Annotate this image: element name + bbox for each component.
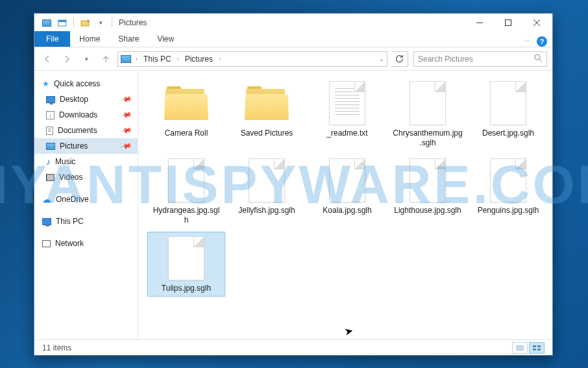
sidebar-videos[interactable]: Videos: [34, 169, 138, 185]
pictures-icon: [46, 143, 55, 150]
ribbon: File Home Share View ﹀ ?: [34, 32, 552, 47]
file-item[interactable]: Lighthouse.jpg.sglh: [389, 154, 467, 228]
file-icon: [410, 158, 446, 202]
refresh-button[interactable]: [391, 51, 408, 67]
item-label: Chrysanthemum.jpg.sglh: [393, 129, 463, 148]
file-icon: [329, 158, 365, 202]
svg-rect-14: [533, 349, 536, 350]
close-button[interactable]: [522, 14, 551, 32]
sidebar-label: Downloads: [59, 110, 97, 119]
svg-rect-13: [537, 345, 541, 347]
body: ★Quick access Desktop📌 ↓Downloads📌 Docum…: [34, 71, 552, 339]
sidebar-quick-access[interactable]: ★Quick access: [34, 76, 138, 92]
new-folder-icon[interactable]: [78, 16, 92, 29]
view-tab[interactable]: View: [148, 31, 183, 47]
sidebar-label: Videos: [59, 173, 82, 182]
desktop-icon: [46, 96, 55, 103]
sidebar-label: This PC: [56, 217, 84, 226]
music-icon: ♪: [46, 156, 51, 167]
star-icon: ★: [42, 79, 49, 88]
window-controls: [465, 14, 551, 32]
item-count: 11 items: [42, 343, 71, 352]
sidebar-onedrive[interactable]: ☁OneDrive: [34, 191, 138, 207]
address-dropdown-icon[interactable]: ⌄: [379, 56, 384, 62]
item-label: Hydrangeas.jpg.sglh: [151, 206, 221, 225]
item-label: Lighthouse.jpg.sglh: [394, 206, 461, 215]
sidebar-desktop[interactable]: Desktop📌: [34, 92, 138, 107]
properties-icon[interactable]: [55, 16, 69, 29]
address-bar[interactable]: › This PC › Pictures › ⌄: [117, 51, 387, 67]
item-label: Saved Pictures: [241, 129, 293, 138]
qat-chevron-icon[interactable]: ▾: [93, 16, 108, 29]
location-icon: [121, 55, 131, 63]
pin-icon: 📌: [121, 93, 133, 106]
file-icon: [249, 158, 285, 202]
item-label: Camera Roll: [165, 129, 208, 138]
file-item[interactable]: Koala.jpg.sglh: [308, 154, 386, 228]
folder-item[interactable]: Saved Pictures: [228, 77, 306, 151]
sidebar-label: OneDrive: [56, 195, 89, 204]
navigation-pane: ★Quick access Desktop📌 ↓Downloads📌 Docum…: [34, 71, 138, 339]
up-button[interactable]: [98, 51, 114, 67]
window-title: Pictures: [119, 18, 147, 27]
file-icon: [490, 81, 526, 125]
chevron-right-icon[interactable]: ›: [217, 56, 223, 62]
videos-icon: [46, 174, 55, 181]
file-item[interactable]: Desert.jpg.sglh: [469, 77, 547, 151]
file-tab[interactable]: File: [34, 31, 70, 47]
ribbon-expand-icon[interactable]: ﹀: [524, 38, 530, 46]
file-list[interactable]: Camera Roll Saved Pictures _readme.txt C…: [138, 71, 552, 339]
file-item[interactable]: _readme.txt: [308, 77, 386, 151]
status-bar: 11 items: [34, 339, 552, 355]
item-label: Tulips.jpg.sglh: [162, 284, 211, 293]
sidebar-label: Documents: [58, 126, 97, 135]
sidebar-label: Music: [55, 157, 75, 166]
sidebar-network[interactable]: Network: [34, 236, 138, 251]
svg-rect-12: [533, 345, 536, 347]
navigation-bar: ▾ › This PC › Pictures › ⌄ Search Pictur…: [34, 47, 552, 71]
file-item-selected[interactable]: Tulips.jpg.sglh: [147, 232, 225, 297]
sidebar-downloads[interactable]: ↓Downloads📌: [34, 107, 138, 123]
icons-view-button[interactable]: [529, 342, 545, 354]
breadcrumb-this-pc[interactable]: This PC: [142, 55, 173, 64]
recent-locations-button[interactable]: ▾: [79, 51, 94, 67]
title-bar: ▾ Pictures: [34, 14, 552, 32]
item-label: Jellyfish.jpg.sglh: [238, 206, 295, 215]
details-view-button[interactable]: [512, 342, 528, 354]
chevron-right-icon[interactable]: ›: [134, 56, 140, 62]
svg-point-7: [535, 55, 540, 60]
view-toggles: [512, 342, 545, 354]
cloud-icon: ☁: [42, 194, 51, 204]
sidebar-music[interactable]: ♪Music: [34, 154, 138, 169]
folder-item[interactable]: Camera Roll: [147, 77, 225, 151]
file-icon: [490, 158, 526, 202]
help-icon[interactable]: ?: [537, 36, 547, 47]
maximize-button[interactable]: [494, 14, 522, 32]
file-item[interactable]: Hydrangeas.jpg.sglh: [147, 154, 225, 228]
quick-access-toolbar: ▾: [36, 16, 115, 29]
item-label: Desert.jpg.sglh: [482, 129, 534, 138]
home-tab[interactable]: Home: [70, 31, 109, 47]
item-label: Koala.jpg.sglh: [323, 206, 371, 215]
chevron-right-icon[interactable]: ›: [175, 56, 181, 62]
sidebar-this-pc[interactable]: This PC: [34, 214, 138, 229]
minimize-button[interactable]: [465, 14, 494, 32]
file-item[interactable]: Jellyfish.jpg.sglh: [228, 154, 306, 228]
file-icon: [410, 81, 446, 125]
sidebar-label: Network: [55, 239, 84, 248]
sidebar-pictures[interactable]: Pictures📌: [34, 138, 138, 154]
back-button[interactable]: [40, 51, 55, 67]
file-icon: [168, 236, 204, 280]
sidebar-documents[interactable]: Documents📌: [34, 123, 138, 138]
pc-icon: [42, 218, 51, 225]
search-input[interactable]: Search Pictures: [413, 51, 547, 67]
svg-rect-1: [58, 20, 66, 22]
svg-line-8: [539, 59, 542, 62]
share-tab[interactable]: Share: [109, 31, 148, 47]
pin-icon: 📌: [121, 109, 133, 121]
file-item[interactable]: Penguins.jpg.sglh: [469, 154, 547, 228]
breadcrumb-pictures[interactable]: Pictures: [184, 55, 214, 64]
forward-button[interactable]: [59, 51, 75, 67]
file-item[interactable]: Chrysanthemum.jpg.sglh: [389, 77, 467, 151]
file-icon: [168, 158, 204, 202]
